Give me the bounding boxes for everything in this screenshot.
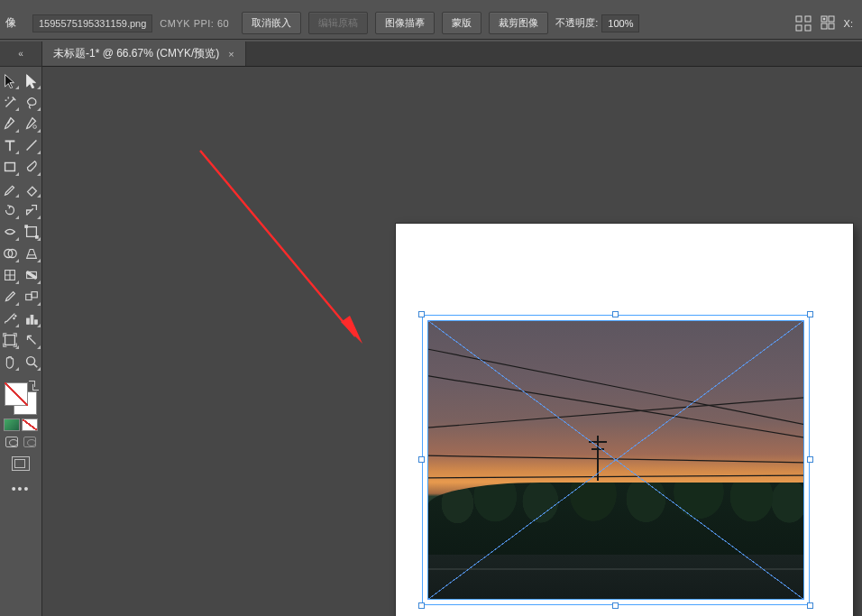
svg-rect-12 [27, 227, 37, 237]
svg-rect-5 [829, 16, 834, 22]
tool-curvature-pen[interactable] [22, 114, 41, 133]
transform-handle-bottom-left[interactable] [418, 602, 425, 609]
tool-pencil[interactable] [0, 179, 20, 198]
tool-slice[interactable] [22, 330, 41, 350]
none-mode-swatch[interactable] [22, 418, 38, 431]
tool-eraser[interactable] [22, 179, 41, 198]
document-tab-title: 未标题-1* @ 66.67% (CMYK/预览) [53, 46, 219, 61]
transform-handle-top-mid[interactable] [612, 311, 619, 317]
svg-point-27 [27, 357, 35, 365]
crop-image-button[interactable]: 裁剪图像 [489, 12, 548, 34]
document-tab-bar: 未标题-1* @ 66.67% (CMYK/预览) × [42, 41, 862, 67]
corner-label: 像 [5, 15, 16, 31]
tool-zoom[interactable] [22, 352, 41, 372]
transform-handle-mid-left[interactable] [418, 456, 425, 463]
align-pixel-grid-icon[interactable] [793, 14, 813, 33]
opacity-input[interactable]: 100% [601, 14, 639, 32]
tool-rotate[interactable] [0, 200, 20, 220]
svg-rect-2 [796, 25, 802, 31]
document-tab-bar-empty [246, 41, 862, 66]
image-trace-button[interactable]: 图像描摹 [375, 12, 435, 34]
placed-image-diagonals [427, 320, 804, 600]
fill-swatch[interactable] [5, 382, 28, 406]
mask-button[interactable]: 蒙版 [442, 12, 481, 34]
tool-shape-builder[interactable] [0, 244, 20, 263]
tool-width[interactable] [0, 222, 20, 242]
svg-rect-1 [805, 16, 811, 22]
svg-rect-11 [5, 163, 15, 171]
svg-point-9 [33, 125, 37, 129]
svg-marker-35 [341, 316, 362, 344]
swap-colors-icon[interactable] [28, 381, 39, 391]
tool-pen[interactable] [0, 114, 20, 133]
transform-panel-icon[interactable] [819, 14, 839, 33]
svg-rect-6 [821, 23, 827, 29]
tool-line-segment[interactable] [22, 135, 41, 155]
tool-column-graph[interactable] [22, 308, 41, 328]
transform-handle-mid-right[interactable] [807, 456, 813, 463]
tool-blend[interactable] [22, 287, 41, 307]
draw-behind-icon[interactable] [23, 437, 36, 447]
workspace[interactable] [42, 67, 862, 616]
x-coord-label: X: [844, 18, 853, 29]
cancel-embed-button[interactable]: 取消嵌入 [242, 12, 301, 34]
svg-point-8 [823, 18, 825, 20]
edit-original-button: 编辑原稿 [308, 12, 368, 34]
tool-hand[interactable] [0, 352, 20, 372]
tool-symbol-sprayer[interactable] [0, 308, 20, 328]
transform-handle-top-left[interactable] [418, 311, 425, 317]
svg-rect-23 [27, 318, 30, 324]
tool-type[interactable] [0, 135, 20, 155]
tool-eyedropper[interactable] [0, 287, 20, 307]
svg-rect-13 [25, 225, 28, 228]
svg-rect-26 [5, 336, 15, 345]
draw-normal-icon[interactable] [5, 437, 18, 447]
tool-direct-selection[interactable] [22, 70, 41, 90]
tool-perspective[interactable] [22, 244, 41, 263]
edit-toolbar-button[interactable]: ••• [12, 482, 31, 496]
opacity-label: 不透明度: [555, 16, 598, 30]
annotation-arrow [191, 143, 371, 351]
svg-rect-0 [796, 16, 802, 22]
svg-rect-24 [31, 315, 33, 324]
svg-rect-3 [805, 25, 811, 31]
tool-paintbrush[interactable] [22, 157, 41, 177]
svg-rect-19 [26, 294, 32, 299]
placed-image-transform-box[interactable] [422, 315, 810, 605]
tool-scale[interactable] [22, 200, 41, 220]
toolbox: « ••• [0, 41, 42, 616]
tool-lasso[interactable] [22, 92, 41, 112]
svg-point-22 [14, 315, 16, 317]
svg-rect-7 [829, 23, 834, 29]
document-tab[interactable]: 未标题-1* @ 66.67% (CMYK/预览) × [42, 41, 246, 66]
tool-free-transform[interactable] [22, 222, 41, 242]
transform-handle-top-right[interactable] [807, 311, 813, 317]
toolbox-header[interactable]: « [0, 41, 41, 67]
tool-magic-wand[interactable] [0, 92, 20, 112]
tool-mesh[interactable] [0, 265, 20, 285]
svg-rect-20 [32, 292, 37, 298]
svg-line-10 [27, 141, 37, 151]
transform-handle-bottom-right[interactable] [807, 602, 813, 609]
tool-rectangle[interactable] [0, 157, 20, 177]
document-tab-close[interactable]: × [228, 49, 234, 60]
filename-display: 1595575195331159.png [32, 14, 152, 32]
options-bar: 像 1595575195331159.png CMYK PPI: 60 取消嵌入… [0, 0, 862, 40]
svg-point-21 [14, 317, 15, 319]
tool-gradient[interactable] [22, 265, 41, 285]
transform-handle-bottom-mid[interactable] [612, 602, 619, 609]
tool-artboard[interactable] [0, 330, 20, 350]
color-mode-swatch[interactable] [4, 418, 20, 431]
screen-mode-icon[interactable] [12, 456, 30, 471]
color-ppi-info: CMYK PPI: 60 [160, 18, 229, 29]
color-swatches[interactable] [3, 381, 39, 417]
tool-selection[interactable] [0, 70, 20, 90]
svg-line-34 [200, 151, 355, 336]
